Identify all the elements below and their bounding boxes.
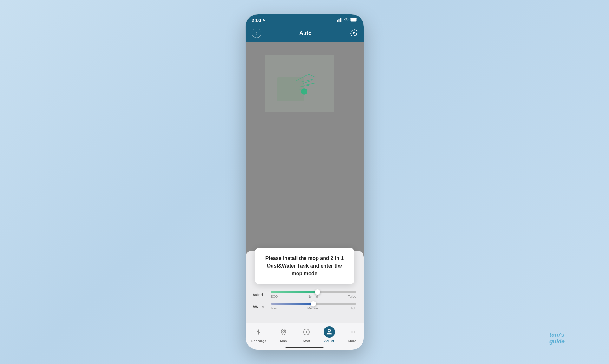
start-icon bbox=[301, 326, 312, 338]
status-icons bbox=[337, 18, 357, 23]
svg-point-25 bbox=[283, 330, 285, 332]
wind-slider-row: Wind ECO Normal Turbo bbox=[253, 291, 356, 298]
app-header: Auto bbox=[246, 25, 364, 42]
signal-icon bbox=[337, 18, 342, 23]
more-icon bbox=[346, 326, 358, 338]
water-slider-container: Low Medium High bbox=[271, 303, 356, 310]
wind-track-wrapper[interactable] bbox=[271, 291, 356, 293]
water-track-fill bbox=[271, 303, 314, 305]
svg-point-20 bbox=[268, 266, 270, 268]
svg-rect-2 bbox=[340, 18, 341, 22]
wind-sublabels: ECO Normal Turbo bbox=[271, 295, 356, 298]
svg-point-22 bbox=[304, 266, 305, 268]
status-time: 2:00 ➤ bbox=[252, 17, 265, 23]
water-label-medium: Medium bbox=[307, 307, 319, 310]
wind-label: Wind bbox=[253, 292, 266, 297]
home-bar bbox=[285, 347, 324, 348]
water-track-wrapper[interactable] bbox=[271, 303, 356, 305]
svg-point-24 bbox=[339, 266, 341, 268]
svg-rect-3 bbox=[341, 18, 342, 22]
water-label: Water bbox=[253, 304, 266, 309]
phone-frame: 2:00 ➤ bbox=[245, 14, 364, 350]
svg-point-30 bbox=[354, 331, 355, 333]
home-indicator bbox=[246, 345, 364, 350]
back-button[interactable] bbox=[252, 29, 261, 38]
wind-track-fill bbox=[271, 291, 318, 293]
wind-label-turbo: Turbo bbox=[348, 295, 356, 298]
svg-rect-5 bbox=[351, 18, 356, 21]
water-thumb[interactable] bbox=[311, 301, 316, 307]
nav-item-recharge[interactable]: Recharge bbox=[251, 326, 266, 343]
nav-label-recharge: Recharge bbox=[251, 339, 266, 343]
recharge-icon bbox=[253, 326, 264, 338]
bottom-sheet: Please install the mop and 2 in 1 Dust&W… bbox=[246, 251, 364, 323]
wind-thumb[interactable] bbox=[315, 289, 320, 295]
svg-point-28 bbox=[350, 331, 351, 333]
sliders-section: Wind ECO Normal Turbo bbox=[246, 286, 364, 320]
header-title: Auto bbox=[299, 30, 312, 36]
nav-item-start[interactable]: Start bbox=[301, 326, 312, 343]
svg-rect-6 bbox=[357, 19, 357, 21]
watermark: tom's guide bbox=[549, 332, 565, 345]
wind-label-normal: Normal bbox=[308, 295, 318, 298]
time-display: 2:00 bbox=[252, 17, 261, 23]
wind-label-eco: ECO bbox=[271, 295, 278, 298]
nav-label-more: More bbox=[348, 339, 356, 343]
watermark-line1: tom's bbox=[549, 332, 565, 338]
status-bar: 2:00 ➤ bbox=[246, 14, 364, 25]
map-area: Please install the mop and 2 in 1 Dust&W… bbox=[246, 42, 364, 323]
water-label-low: Low bbox=[271, 307, 277, 310]
svg-point-29 bbox=[351, 331, 353, 333]
svg-rect-0 bbox=[337, 20, 338, 22]
nav-item-adjust[interactable]: Adjust bbox=[324, 326, 335, 343]
water-label-high: High bbox=[350, 307, 356, 310]
wind-slider-container: ECO Normal Turbo bbox=[271, 291, 356, 298]
battery-icon bbox=[350, 18, 357, 23]
nav-label-start: Start bbox=[303, 339, 310, 343]
watermark-line2: guide bbox=[549, 338, 565, 345]
nav-label-adjust: Adjust bbox=[324, 339, 334, 343]
nav-item-map[interactable]: Map bbox=[278, 326, 289, 343]
settings-button[interactable] bbox=[350, 29, 357, 38]
adjust-icon-bg bbox=[324, 326, 335, 338]
svg-rect-16 bbox=[277, 77, 304, 101]
adjust-icon bbox=[324, 326, 335, 338]
nav-item-more[interactable]: More bbox=[346, 326, 358, 343]
map-icon bbox=[278, 326, 289, 338]
svg-marker-27 bbox=[306, 331, 308, 333]
water-sublabels: Low Medium High bbox=[271, 307, 356, 310]
nav-label-map: Map bbox=[280, 339, 287, 343]
location-arrow-icon: ➤ bbox=[263, 18, 265, 22]
wifi-icon bbox=[344, 18, 349, 23]
water-slider-row: Water Low Medium High bbox=[253, 303, 356, 310]
bottom-nav: Recharge Map Start bbox=[246, 323, 364, 345]
svg-rect-1 bbox=[338, 19, 339, 22]
